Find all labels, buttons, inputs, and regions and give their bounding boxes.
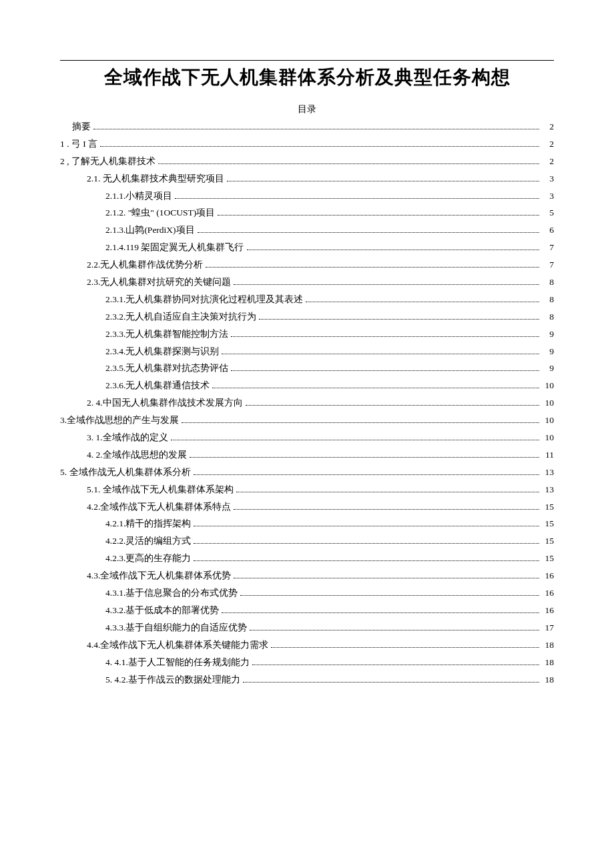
toc-entry-page: 2: [542, 155, 554, 168]
table-of-contents: 摘要21 . 弓 I 言22 , 了解无人机集群技术22.1. 无人机集群技术典…: [60, 121, 554, 686]
title-rule: [60, 60, 554, 61]
toc-leader-dots: [227, 181, 539, 181]
toc-leader-dots: [93, 129, 539, 129]
toc-leader-dots: [252, 665, 539, 665]
toc-entry-page: 18: [542, 657, 554, 669]
toc-entry: 4.4.全域作战下无人机集群体系关键能力需求18: [60, 639, 554, 652]
toc-entry-page: 3: [542, 190, 554, 203]
toc-entry-text: 5.1. 全域作战下无人机集群体系架构: [87, 484, 234, 496]
toc-entry-text: 3.全域作战思想的产生与发展: [60, 414, 179, 427]
toc-entry: 2.1.2. "蝗虫" (1OCUST)项目5: [60, 207, 554, 220]
toc-entry: 4. 2.全域作战思想的发展11: [60, 449, 554, 462]
toc-entry-page: 10: [542, 432, 554, 444]
toc-leader-dots: [206, 267, 539, 268]
toc-leader-dots: [175, 198, 539, 199]
toc-entry-page: 18: [542, 639, 554, 652]
toc-leader-dots: [246, 405, 539, 406]
toc-heading: 目录: [60, 103, 554, 115]
toc-entry-page: 2: [542, 121, 554, 133]
toc-entry-text: 2.3.6.无人机集群通信技术: [105, 380, 210, 392]
toc-leader-dots: [198, 232, 539, 233]
toc-leader-dots: [182, 422, 539, 423]
toc-entry-text: 4.2.2.灵活的编组方式: [105, 535, 191, 548]
toc-entry: 4.2.3.更高的生存能力15: [60, 552, 554, 565]
toc-entry: 2.3.5.无人机集群对抗态势评估9: [60, 362, 554, 375]
toc-leader-dots: [158, 163, 539, 164]
document-title: 全域作战下无人机集群体系分析及典型任务构想: [60, 65, 554, 90]
toc-leader-dots: [171, 440, 539, 440]
toc-entry-page: 2: [542, 138, 554, 151]
toc-entry-text: 4.3.全域作战下无人机集群体系优势: [87, 570, 231, 582]
toc-leader-dots: [231, 370, 539, 371]
toc-leader-dots: [222, 612, 539, 613]
toc-entry-text: 2.3.2.无人机自适应自主决策对抗行为: [105, 311, 256, 324]
toc-entry-page: 11: [542, 449, 554, 462]
toc-entry-page: 9: [542, 328, 554, 341]
toc-entry-text: 4.3.1.基于信息聚合的分布式优势: [105, 587, 238, 600]
toc-entry: 3. 1.全域作战的定义10: [60, 432, 554, 444]
toc-entry-page: 10: [542, 397, 554, 410]
toc-entry-page: 8: [542, 311, 554, 324]
toc-entry-text: 4.4.全域作战下无人机集群体系关键能力需求: [87, 639, 268, 652]
toc-entry: 4.3.全域作战下无人机集群体系优势16: [60, 570, 554, 582]
document-page: 全域作战下无人机集群体系分析及典型任务构想 目录 摘要21 . 弓 I 言22 …: [0, 0, 614, 868]
toc-entry-page: 13: [542, 466, 554, 479]
toc-leader-dots: [250, 630, 539, 630]
toc-entry-page: 16: [542, 570, 554, 582]
toc-entry-page: 7: [542, 259, 554, 272]
toc-entry: 2.2.无人机集群作战优势分析7: [60, 259, 554, 272]
toc-leader-dots: [100, 146, 539, 147]
toc-entry: 2.1.3.山鹑(PerdiX)项目6: [60, 224, 554, 237]
toc-entry: 5. 全域作战无人机集群体系分析13: [60, 466, 554, 479]
toc-entry-page: 8: [542, 294, 554, 306]
toc-entry-text: 4. 2.全域作战思想的发展: [87, 449, 187, 462]
toc-entry: 2.3.4.无人机集群探测与识别9: [60, 346, 554, 358]
toc-leader-dots: [194, 543, 539, 544]
toc-entry-text: 4.2.1.精干的指挥架构: [105, 518, 191, 530]
toc-entry: 4.2.全域作战下无人机集群体系特点15: [60, 501, 554, 514]
toc-leader-dots: [306, 302, 539, 302]
toc-leader-dots: [218, 215, 539, 215]
toc-entry: 3.全域作战思想的产生与发展10: [60, 414, 554, 427]
toc-entry-text: 2.1.4.119 架固定翼无人机集群飞行: [105, 242, 244, 254]
toc-entry-page: 16: [542, 587, 554, 600]
toc-entry-page: 15: [542, 535, 554, 548]
toc-entry-page: 17: [542, 622, 554, 634]
toc-entry: 2.1. 无人机集群技术典型研究项目3: [60, 173, 554, 185]
toc-entry-page: 15: [542, 518, 554, 530]
toc-entry-page: 16: [542, 604, 554, 617]
toc-entry-text: 2.3.3.无人机集群智能控制方法: [105, 328, 228, 341]
toc-leader-dots: [194, 474, 540, 475]
toc-leader-dots: [212, 388, 539, 388]
toc-entry: 2. 4.中国无人机集群作战技术发展方向10: [60, 397, 554, 410]
toc-entry: 2.3.2.无人机自适应自主决策对抗行为8: [60, 311, 554, 324]
toc-entry: 2.3.1.无人机集群协同对抗演化过程机理及其表述8: [60, 294, 554, 306]
toc-leader-dots: [247, 250, 540, 250]
toc-entry: 2.3.3.无人机集群智能控制方法9: [60, 328, 554, 341]
toc-entry-text: 3. 1.全域作战的定义: [87, 432, 168, 444]
toc-entry-text: 4.2.全域作战下无人机集群体系特点: [87, 501, 231, 514]
toc-entry-page: 9: [542, 362, 554, 375]
toc-entry-page: 5: [542, 207, 554, 220]
toc-entry-page: 10: [542, 380, 554, 392]
toc-entry-page: 15: [542, 501, 554, 514]
toc-entry-page: 7: [542, 242, 554, 254]
toc-leader-dots: [243, 682, 539, 683]
toc-entry: 2.1.4.119 架固定翼无人机集群飞行7: [60, 242, 554, 254]
toc-entry-text: 2.3.4.无人机集群探测与识别: [105, 346, 219, 358]
toc-entry: 4.3.3.基于自组织能力的自适应优势17: [60, 622, 554, 634]
toc-entry-text: 2.3.无人机集群对抗研究的关键问题: [87, 276, 231, 289]
toc-entry: 4.2.2.灵活的编组方式15: [60, 535, 554, 548]
toc-entry-text: 2.2.无人机集群作战优势分析: [87, 259, 203, 272]
toc-entry-text: 2. 4.中国无人机集群作战技术发展方向: [87, 397, 243, 410]
toc-leader-dots: [271, 647, 539, 648]
toc-entry: 1 . 弓 I 言2: [60, 138, 554, 151]
toc-entry: 4.2.1.精干的指挥架构15: [60, 518, 554, 530]
toc-entry-page: 3: [542, 173, 554, 185]
toc-entry-text: 4. 4.1.基于人工智能的任务规划能力: [105, 657, 250, 669]
toc-entry: 4.3.1.基于信息聚合的分布式优势16: [60, 587, 554, 600]
toc-entry: 摘要2: [60, 121, 554, 133]
toc-leader-dots: [190, 457, 539, 458]
toc-entry-text: 2.1.2. "蝗虫" (1OCUST)项目: [105, 207, 215, 220]
toc-leader-dots: [234, 284, 539, 285]
